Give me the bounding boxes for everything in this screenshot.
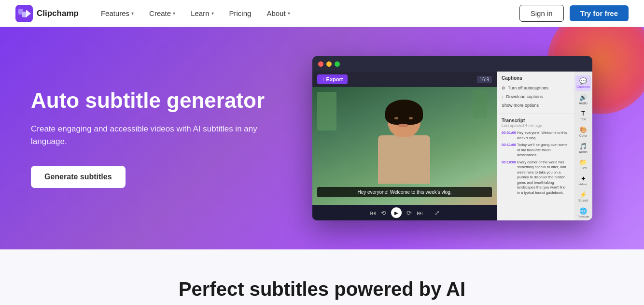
logo-icon [15,5,33,22]
export-button[interactable]: ↑ Export [317,74,348,84]
video-toolbar: ↑ Export 16:9 [312,72,497,87]
hero-section: Auto subtitle generator Create engaging … [0,27,644,249]
hero-title: Auto subtitle generator [31,88,272,113]
minimize-dot [326,61,332,67]
nav-pricing[interactable]: Pricing [223,5,258,21]
hero-content: Auto subtitle generator Create engaging … [31,88,272,188]
skip-forward-icon[interactable]: ⏭ [417,209,423,217]
files-tool-icon[interactable]: 📁 Files [575,157,591,172]
hero-screenshot: ↑ Export 16:9 [272,56,613,220]
play-button[interactable]: ▶ [391,207,402,218]
signin-button[interactable]: Sign in [519,5,564,22]
fast-forward-icon[interactable]: ⟳ [406,209,412,217]
download-captions-btn[interactable]: ↓ Download captions [502,92,569,101]
skip-back-icon[interactable]: ⏮ [370,209,376,217]
nav-create[interactable]: Create ▾ [142,5,182,21]
aspect-badge: 16:9 [477,76,492,83]
nav-about[interactable]: About ▾ [260,5,296,21]
chevron-down-icon: ▾ [288,11,290,16]
captions-off-icon: ⊘ [502,86,505,90]
maximize-dot [335,61,340,67]
transcript-section: Transcript Last updated 4 min ago 00:01:… [497,114,574,220]
nav-actions: Sign in Try for free [519,5,629,22]
below-hero-section: Perfect subtitles powered by AI [0,249,644,305]
transcript-entry-3: 00:18:00 Every corner of the world has s… [502,160,569,196]
try-free-button[interactable]: Try for free [570,5,629,21]
fullscreen-icon[interactable]: ⤢ [434,209,440,217]
captions-panel: Captions ⊘ Turn off autocaptions ↓ Downl… [497,72,574,220]
filter-tool-icon[interactable]: ✦ Adjust [575,173,591,188]
audio-tool-icon[interactable]: 🔊 Audio [575,92,591,107]
captions-header: Captions ⊘ Turn off autocaptions ↓ Downl… [497,72,574,114]
window-content: ↑ Export 16:9 [312,72,592,220]
subtitle-bar: Hey everyone! Welcome to this week's vlo… [317,187,492,197]
download-icon: ↓ [502,94,504,99]
nav-links: Features ▾ Create ▾ Learn ▾ Pricing Abou… [94,5,519,21]
nav-features[interactable]: Features ▾ [94,5,140,21]
rewind-icon[interactable]: ⟲ [381,209,386,217]
window-titlebar [312,56,592,72]
chevron-down-icon: ▾ [211,11,214,16]
navbar: Clipchamp Features ▾ Create ▾ Learn ▾ Pr… [0,0,644,27]
color-tool-icon[interactable]: 🎨 Color [575,124,591,140]
translate-tool-icon[interactable]: 🌐 Translate [575,205,591,221]
show-more-btn[interactable]: Show more options [502,101,569,110]
transcript-entry-2: 00:11:00 Today we'll be going over some … [502,143,569,158]
transcript-entry-1: 00:01:00 Hey everyone! Welcome to this w… [502,131,569,141]
music-tool-icon[interactable]: 🎵 Audio [575,140,591,156]
logo-text: Clipchamp [37,9,79,18]
video-area: ↑ Export 16:9 [312,72,497,220]
app-window: ↑ Export 16:9 [312,56,592,220]
speed-tool-icon[interactable]: ⚡ Speed [575,189,591,204]
transcript-title: Transcript [502,118,569,123]
tool-icon-strip: 💬 Captions 🔊 Audio T Text 🎨 Color [574,72,592,220]
turn-off-captions-btn[interactable]: ⊘ Turn off autocaptions [502,84,569,92]
nav-learn[interactable]: Learn ▾ [184,5,220,21]
below-hero-title: Perfect subtitles powered by AI [31,278,613,300]
hero-subtitle: Create engaging and accessible videos wi… [31,123,272,148]
playback-bar: ⏮ ⟲ ▶ ⟳ ⏭ ⤢ [312,205,497,220]
logo[interactable]: Clipchamp [15,5,79,22]
video-preview-bg: Hey everyone! Welcome to this week's vlo… [312,87,497,205]
captions-panel-title: Captions [502,75,569,81]
chevron-down-icon: ▾ [131,11,134,16]
chevron-down-icon: ▾ [173,11,175,16]
generate-subtitles-button[interactable]: Generate subtitles [31,166,126,188]
video-preview: Hey everyone! Welcome to this week's vlo… [312,87,497,205]
text-tool-icon[interactable]: T Text [575,108,591,123]
captions-tool-icon[interactable]: 💬 Captions [575,75,591,91]
close-dot [318,61,323,67]
transcript-updated: Last updated 4 min ago [502,123,569,128]
